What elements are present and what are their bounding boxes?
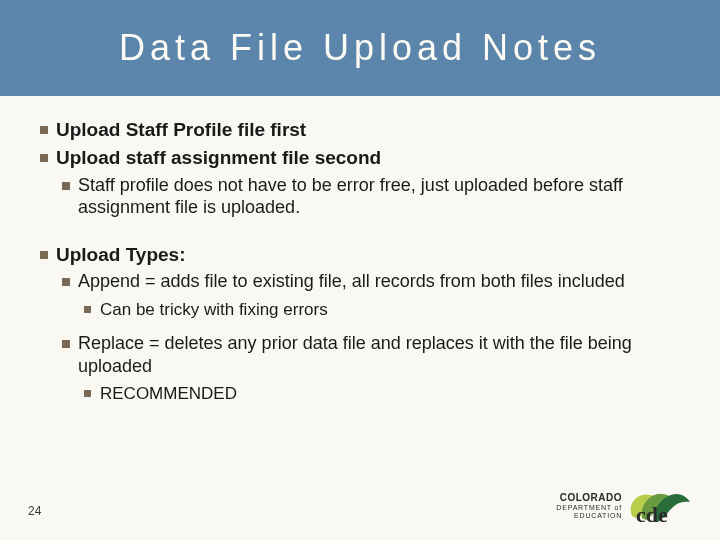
bullet-text: Upload Staff Profile file first xyxy=(56,119,306,140)
bullet-level2: Replace = deletes any prior data file an… xyxy=(36,332,684,377)
bullet-icon xyxy=(40,154,48,162)
bullet-text: RECOMMENDED xyxy=(100,384,237,403)
bullet-level2: Append = adds file to existing file, all… xyxy=(36,270,684,293)
bullet-icon xyxy=(62,182,70,190)
bullet-text: Append = adds file to existing file, all… xyxy=(78,271,625,291)
svg-text:cde: cde xyxy=(636,502,668,526)
bullet-text: Can be tricky with fixing errors xyxy=(100,300,328,319)
logo-line2: DEPARTMENT of EDUCATION xyxy=(556,504,622,520)
bullet-level1: Upload Staff Profile file first xyxy=(36,118,684,142)
bullet-icon xyxy=(62,278,70,286)
bullet-icon xyxy=(40,126,48,134)
logo-text: COLORADO DEPARTMENT of EDUCATION xyxy=(556,492,622,520)
slide-number: 24 xyxy=(28,504,41,518)
cde-logo: COLORADO DEPARTMENT of EDUCATION cde xyxy=(556,486,696,528)
bullet-icon xyxy=(84,306,91,313)
bullet-icon xyxy=(62,340,70,348)
slide-title: Data File Upload Notes xyxy=(119,27,601,69)
title-band: Data File Upload Notes xyxy=(0,0,720,96)
bullet-level3: RECOMMENDED xyxy=(36,383,684,404)
bullet-text: Upload Types: xyxy=(56,244,186,265)
spacer xyxy=(36,225,684,243)
bullet-text: Replace = deletes any prior data file an… xyxy=(78,333,632,376)
slide-content: Upload Staff Profile file first Upload s… xyxy=(0,96,720,404)
bullet-level1: Upload Types: xyxy=(36,243,684,267)
logo-line1: COLORADO xyxy=(556,492,622,504)
bullet-icon xyxy=(84,390,91,397)
bullet-text: Upload staff assignment file second xyxy=(56,147,381,168)
bullet-level3: Can be tricky with fixing errors xyxy=(36,299,684,320)
bullet-icon xyxy=(40,251,48,259)
bullet-level1: Upload staff assignment file second xyxy=(36,146,684,170)
bullet-text: Staff profile does not have to be error … xyxy=(78,175,623,218)
bullet-level2: Staff profile does not have to be error … xyxy=(36,174,684,219)
cde-mark-icon: cde xyxy=(626,486,696,526)
